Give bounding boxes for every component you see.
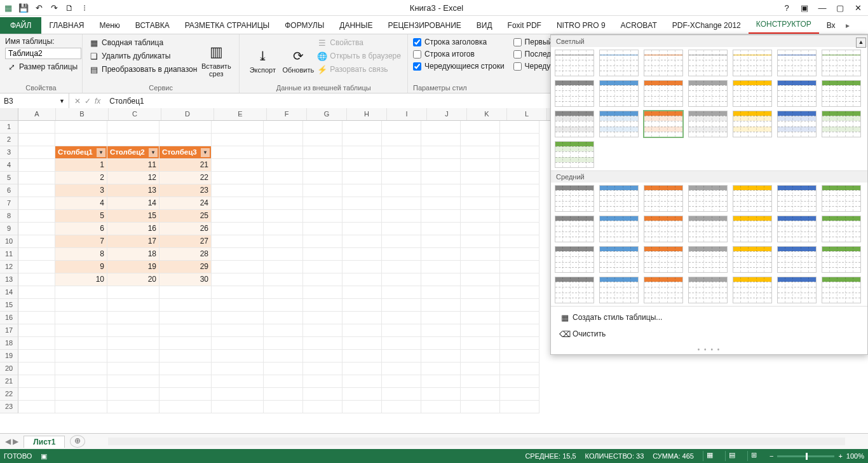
cell[interactable]: [212, 146, 264, 159]
row-header[interactable]: 22: [0, 388, 18, 401]
cell[interactable]: [461, 273, 500, 286]
cell[interactable]: [421, 159, 461, 172]
cell[interactable]: [421, 223, 461, 235]
tab-foxit-pdf[interactable]: Foxit PDF: [500, 17, 549, 34]
table-style-swatch[interactable]: [555, 141, 594, 168]
cell[interactable]: [421, 299, 461, 312]
cell[interactable]: [107, 286, 159, 299]
cell[interactable]: 27: [159, 235, 212, 248]
cell[interactable]: [18, 223, 55, 235]
cell[interactable]: [159, 324, 212, 337]
cell[interactable]: [461, 159, 500, 172]
header-row-checkbox[interactable]: Строка заголовка: [413, 37, 505, 47]
cell[interactable]: [382, 286, 421, 299]
zoom-out-button[interactable]: −: [770, 452, 773, 460]
table-style-swatch[interactable]: [644, 80, 683, 107]
table-style-swatch[interactable]: [688, 246, 728, 273]
tab-acrobat[interactable]: ACROBAT: [613, 17, 665, 34]
cell[interactable]: [264, 324, 303, 337]
table-style-swatch[interactable]: [688, 185, 728, 212]
row-header[interactable]: 16: [0, 312, 18, 324]
cell[interactable]: [421, 273, 461, 286]
cell[interactable]: [461, 299, 500, 312]
cell[interactable]: [212, 299, 264, 312]
cell[interactable]: [382, 197, 421, 210]
row-header[interactable]: 8: [0, 210, 18, 223]
cell[interactable]: [382, 210, 421, 223]
cell[interactable]: [421, 388, 461, 401]
cell[interactable]: [500, 312, 539, 324]
cell[interactable]: [303, 299, 342, 312]
cell[interactable]: [212, 248, 264, 261]
cell[interactable]: 21: [159, 159, 212, 172]
cell[interactable]: [342, 146, 382, 159]
cell[interactable]: [212, 388, 264, 401]
cell[interactable]: [264, 312, 303, 324]
view-pagebreak-button[interactable]: ⊞: [747, 451, 761, 461]
cell[interactable]: [18, 172, 55, 184]
cell[interactable]: [107, 350, 159, 363]
cell[interactable]: [461, 210, 500, 223]
cell[interactable]: [461, 184, 500, 197]
tab-рецензирование[interactable]: РЕЦЕНЗИРОВАНИЕ: [380, 17, 468, 34]
cell[interactable]: [55, 121, 107, 134]
cell[interactable]: [382, 121, 421, 134]
cell[interactable]: 14: [107, 197, 159, 210]
table-style-swatch[interactable]: [822, 185, 861, 212]
cell[interactable]: 22: [159, 172, 212, 184]
cell[interactable]: [421, 121, 461, 134]
tab-данные[interactable]: ДАННЫЕ: [332, 17, 380, 34]
row-header[interactable]: 13: [0, 273, 18, 286]
row-header[interactable]: 11: [0, 248, 18, 261]
cell[interactable]: [212, 401, 264, 413]
row-header[interactable]: 5: [0, 172, 18, 184]
cell[interactable]: [500, 337, 539, 350]
row-header[interactable]: 2: [0, 134, 18, 146]
cell[interactable]: [264, 248, 303, 261]
minimize-button[interactable]: —: [816, 3, 829, 13]
cell[interactable]: [461, 401, 500, 413]
cell[interactable]: [212, 197, 264, 210]
cell[interactable]: [342, 235, 382, 248]
cell[interactable]: [342, 324, 382, 337]
cell[interactable]: [303, 235, 342, 248]
total-row-checkbox[interactable]: Строка итогов: [413, 49, 505, 59]
tab-pdf-xchange-2012[interactable]: PDF-XChange 2012: [665, 17, 749, 34]
cell[interactable]: [212, 261, 264, 273]
cell[interactable]: [264, 286, 303, 299]
table-style-swatch[interactable]: [777, 277, 817, 303]
cell[interactable]: [303, 375, 342, 388]
sheet-tab-active[interactable]: Лист1: [24, 436, 65, 448]
cell[interactable]: [107, 312, 159, 324]
cell[interactable]: [421, 286, 461, 299]
table-style-swatch[interactable]: [644, 216, 683, 242]
cell[interactable]: [107, 401, 159, 413]
cell[interactable]: [342, 299, 382, 312]
cell[interactable]: [500, 248, 539, 261]
row-header[interactable]: 14: [0, 286, 18, 299]
table-style-swatch[interactable]: [644, 111, 683, 137]
cell[interactable]: [382, 337, 421, 350]
cell[interactable]: [264, 197, 303, 210]
cell[interactable]: [461, 248, 500, 261]
table-style-swatch[interactable]: [777, 80, 817, 107]
view-layout-button[interactable]: ▤: [725, 451, 738, 461]
table-style-swatch[interactable]: [733, 111, 772, 137]
cell[interactable]: 17: [107, 235, 159, 248]
cell[interactable]: [421, 197, 461, 210]
table-style-swatch[interactable]: [555, 277, 594, 303]
column-header-L[interactable]: L: [507, 108, 547, 120]
cell[interactable]: [159, 375, 212, 388]
fx-icon[interactable]: fx: [95, 97, 100, 106]
zoom-control[interactable]: − + 100%: [770, 452, 864, 460]
cell[interactable]: [342, 197, 382, 210]
table-style-swatch[interactable]: [688, 216, 728, 242]
maximize-button[interactable]: ▢: [834, 3, 846, 13]
cell[interactable]: [303, 134, 342, 146]
cell[interactable]: [303, 350, 342, 363]
table-style-swatch[interactable]: [599, 50, 639, 76]
cell[interactable]: [55, 299, 107, 312]
cell[interactable]: [382, 159, 421, 172]
cell[interactable]: [18, 210, 55, 223]
new-sheet-button[interactable]: ⊕: [70, 435, 85, 448]
